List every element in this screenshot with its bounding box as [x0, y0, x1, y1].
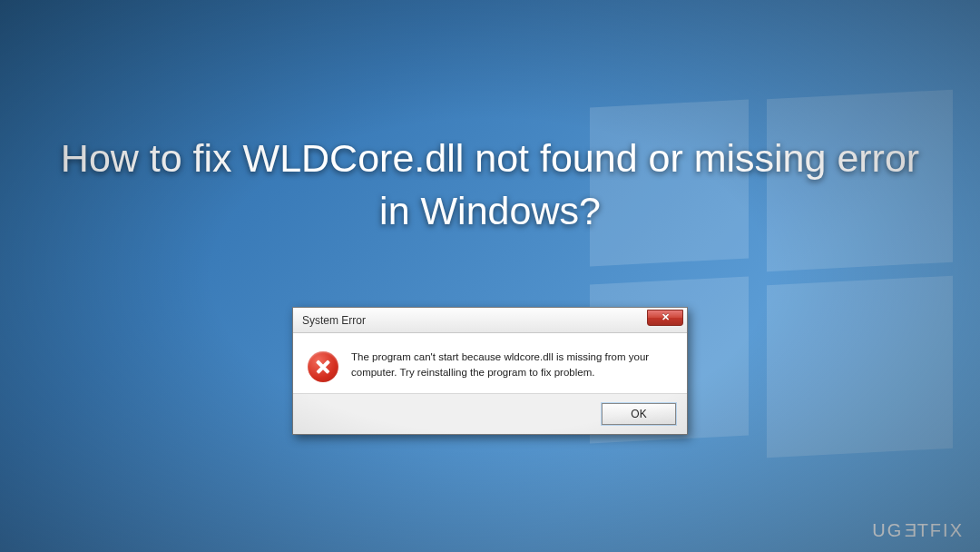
dialog-message: The program can't start because wldcore.…	[351, 350, 672, 382]
dialog-titlebar: System Error ✕	[293, 308, 687, 333]
error-icon	[308, 351, 338, 382]
close-button[interactable]: ✕	[647, 310, 683, 326]
dialog-body: The program can't start because wldcore.…	[293, 333, 687, 393]
close-icon: ✕	[662, 311, 670, 322]
dialog-footer: OK	[293, 393, 687, 434]
dialog-title: System Error	[302, 314, 366, 327]
watermark: UGETFIX	[872, 520, 964, 541]
system-error-dialog: System Error ✕ The program can't start b…	[292, 307, 688, 435]
ok-button[interactable]: OK	[602, 403, 676, 425]
article-headline: How to fix WLDCore.dll not found or miss…	[0, 132, 980, 237]
